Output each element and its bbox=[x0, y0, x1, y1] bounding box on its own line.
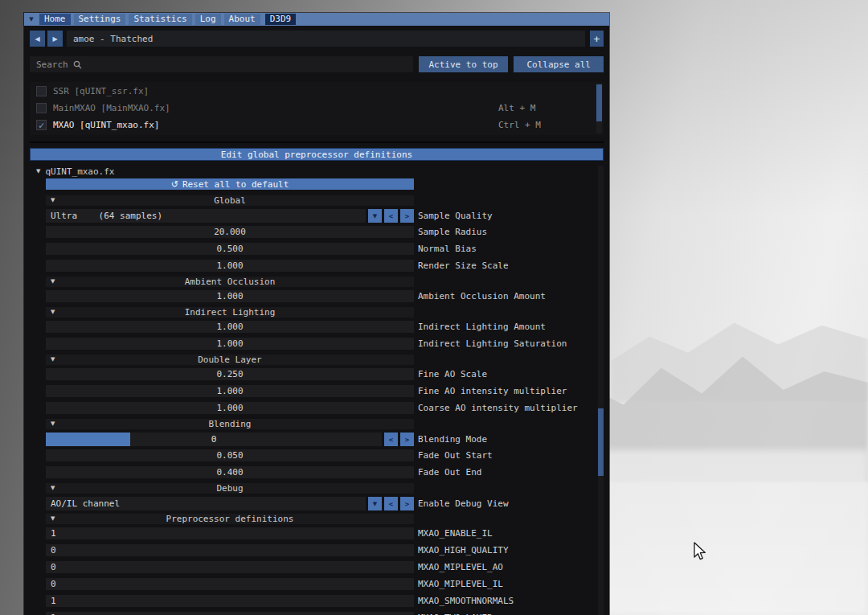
text-input[interactable]: 1 bbox=[46, 527, 414, 539]
add-preset-button[interactable]: + bbox=[590, 31, 604, 47]
field-value: 0 bbox=[51, 562, 56, 572]
drag-field[interactable]: 1.000 bbox=[46, 385, 414, 397]
section-title: Debug bbox=[46, 483, 414, 494]
drag-field[interactable]: 1.000 bbox=[46, 290, 414, 302]
effect-row-mxao[interactable]: ✓ MXAO [qUINT_mxao.fx] Ctrl + M bbox=[30, 117, 604, 133]
effect-list-scrollbar[interactable] bbox=[596, 84, 602, 133]
text-input[interactable]: 0 bbox=[46, 544, 414, 556]
tab-about[interactable]: About bbox=[224, 14, 260, 25]
drag-field[interactable]: 1.000 bbox=[46, 321, 414, 333]
field-value: 0.500 bbox=[216, 244, 243, 254]
collapse-all-button[interactable]: Collapse all bbox=[514, 56, 604, 72]
search-input[interactable]: Search bbox=[30, 56, 413, 72]
effect-tree-header[interactable]: ▼ qUINT_mxao.fx bbox=[30, 166, 592, 177]
text-input[interactable]: 1 bbox=[46, 612, 414, 615]
tab-settings[interactable]: Settings bbox=[74, 14, 126, 25]
setting-fine-ao-intensity: 1.000 Fine AO intensity multiplier bbox=[30, 385, 592, 397]
toolbar: Search Active to top Collapse all bbox=[30, 56, 604, 72]
previous-preset-button[interactable]: ◀ bbox=[30, 31, 45, 47]
drag-field[interactable]: 0.400 bbox=[46, 466, 414, 478]
section-toggle[interactable]: ▼ Preprocessor definitions bbox=[46, 514, 414, 524]
window-collapse-icon[interactable]: ▼ bbox=[27, 16, 36, 23]
tab-log[interactable]: Log bbox=[195, 14, 221, 25]
effect-row-ssr[interactable]: SSR [qUINT_ssr.fx] bbox=[30, 83, 604, 100]
section-toggle[interactable]: ▼ Debug bbox=[46, 483, 414, 494]
setting-label: MXAO_TWO_LAYER bbox=[418, 612, 493, 615]
drag-field[interactable]: 0.250 bbox=[46, 368, 414, 380]
text-input[interactable]: 0 bbox=[46, 561, 414, 573]
drag-field[interactable]: 0.050 bbox=[46, 449, 414, 461]
effect-checkbox[interactable]: ✓ bbox=[36, 120, 47, 130]
setting-label: Ambient Occlusion Amount bbox=[418, 290, 546, 302]
setting-label: Enable Debug View bbox=[418, 497, 509, 510]
reset-all-button[interactable]: ↺ Reset all to default bbox=[46, 178, 414, 190]
arrow-left-icon: ◀ bbox=[35, 35, 39, 43]
combo-dropdown-button[interactable]: ▼ bbox=[368, 209, 382, 223]
setting-label: Sample Quality bbox=[418, 209, 493, 223]
section-toggle[interactable]: ▼ Ambient Occlusion bbox=[46, 277, 414, 287]
preprocessor-mxao-miplevel-ao: 0 MXAO_MIPLEVEL_AO bbox=[30, 561, 592, 573]
preset-selector[interactable]: amoe - Thatched bbox=[67, 31, 585, 47]
effect-row-mainmxao[interactable]: MainMXAO [MainMXAO.fx] Alt + M bbox=[30, 100, 604, 117]
drag-field[interactable]: 20.000 bbox=[46, 226, 414, 238]
triangle-down-icon: ▼ bbox=[51, 486, 55, 491]
combo-box[interactable]: Ultra (64 samples) bbox=[46, 209, 366, 223]
chevron-down-icon: ▼ bbox=[373, 213, 377, 219]
slider-value: 0 bbox=[211, 434, 217, 445]
drag-field[interactable]: 1.000 bbox=[46, 402, 414, 414]
setting-label: MXAO_MIPLEVEL_IL bbox=[418, 578, 503, 590]
slider-prev-button[interactable]: < bbox=[384, 433, 398, 446]
tab-home[interactable]: Home bbox=[39, 14, 71, 25]
setting-render-size-scale: 1.000 Render Size Scale bbox=[30, 260, 592, 272]
field-value: 1.000 bbox=[216, 291, 243, 301]
splitter-handle[interactable] bbox=[30, 138, 604, 146]
active-to-top-button[interactable]: Active to top bbox=[419, 56, 509, 72]
blending-mode-slider[interactable]: 0 bbox=[46, 433, 382, 446]
effect-checkbox[interactable] bbox=[36, 103, 47, 113]
settings-panel: ▼ qUINT_mxao.fx ↺ Reset all to default ▼… bbox=[30, 166, 604, 615]
tab-statistics[interactable]: Statistics bbox=[129, 14, 191, 25]
arrow-right-icon: ▶ bbox=[52, 35, 57, 43]
section-toggle[interactable]: ▼ Double Layer bbox=[46, 355, 414, 365]
preprocessor-mxao-miplevel-il: 0 MXAO_MIPLEVEL_IL bbox=[30, 578, 592, 590]
combo-value: AO/IL channel bbox=[51, 498, 120, 509]
triangle-down-icon: ▼ bbox=[51, 516, 55, 522]
text-input[interactable]: 0 bbox=[46, 578, 414, 590]
settings-scrollbar[interactable] bbox=[598, 166, 604, 615]
combo-prev-button[interactable]: < bbox=[384, 209, 398, 223]
combo-next-button[interactable]: > bbox=[400, 209, 414, 223]
triangle-down-icon: ▼ bbox=[51, 421, 55, 427]
text-input[interactable]: 1 bbox=[46, 595, 414, 607]
step-right-icon: > bbox=[405, 500, 409, 508]
section-toggle[interactable]: ▼ Indirect Lighting bbox=[46, 307, 414, 318]
setting-label: Coarse AO intensity multiplier bbox=[418, 402, 578, 414]
search-icon bbox=[73, 60, 82, 69]
preset-name: amoe - Thatched bbox=[73, 34, 153, 44]
combo-next-button[interactable]: > bbox=[400, 497, 414, 510]
next-preset-button[interactable]: ▶ bbox=[47, 31, 63, 47]
setting-label: Fine AO intensity multiplier bbox=[418, 385, 567, 397]
scrollbar-thumb[interactable] bbox=[596, 84, 602, 121]
scrollbar-thumb[interactable] bbox=[598, 408, 604, 476]
effect-checkbox[interactable] bbox=[36, 86, 47, 96]
section-toggle[interactable]: ▼ Global bbox=[46, 195, 414, 206]
setting-label: Fade Out Start bbox=[418, 449, 493, 461]
check-icon: ✓ bbox=[39, 121, 44, 130]
combo-box[interactable]: AO/IL channel bbox=[46, 497, 366, 510]
step-left-icon: < bbox=[389, 436, 393, 444]
combo-dropdown-button[interactable]: ▼ bbox=[368, 497, 382, 510]
setting-sample-radius: 20.000 Sample Radius bbox=[30, 226, 592, 238]
setting-label: Normal Bias bbox=[418, 243, 477, 255]
drag-field[interactable]: 1.000 bbox=[46, 338, 414, 350]
reset-label: Reset all to default bbox=[182, 179, 289, 190]
preset-bar: ◀ ▶ amoe - Thatched + bbox=[30, 31, 604, 47]
combo-prev-button[interactable]: < bbox=[384, 497, 398, 510]
section-toggle[interactable]: ▼ Blending bbox=[46, 419, 414, 429]
slider-next-button[interactable]: > bbox=[400, 433, 414, 446]
section-title: Ambient Occlusion bbox=[46, 277, 414, 287]
section-title: Global bbox=[46, 195, 414, 206]
drag-field[interactable]: 1.000 bbox=[46, 260, 414, 272]
section-title: Double Layer bbox=[46, 355, 414, 365]
edit-global-preprocessor-button[interactable]: Edit global preprocessor definitions bbox=[30, 148, 604, 161]
drag-field[interactable]: 0.500 bbox=[46, 243, 414, 255]
